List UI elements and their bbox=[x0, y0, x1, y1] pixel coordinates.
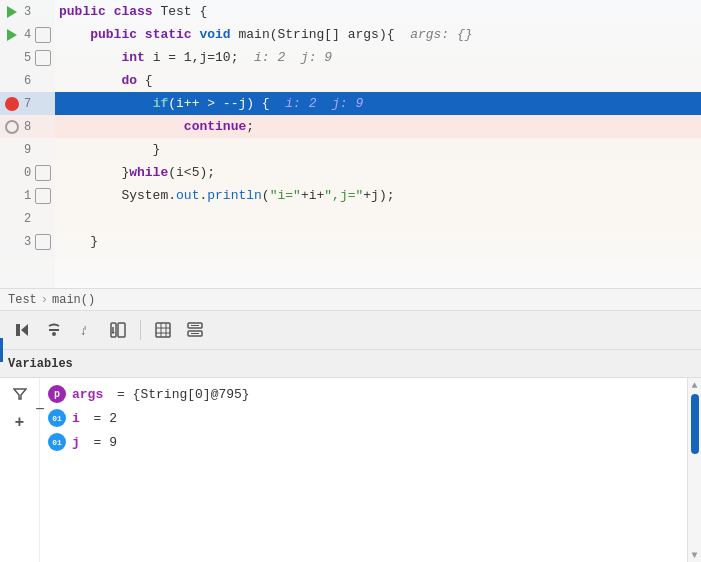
line-number-12: 2 bbox=[24, 212, 31, 226]
editor-gutter: 3 4 5 6 bbox=[0, 0, 55, 288]
watch-button[interactable] bbox=[181, 316, 209, 344]
step-marker-13 bbox=[35, 234, 51, 250]
arrow-indicator-4 bbox=[4, 27, 20, 43]
gutter-row-9: 9 bbox=[0, 138, 55, 161]
table-icon bbox=[155, 322, 171, 338]
gutter-row-8: 8 bbox=[0, 115, 55, 138]
step-into-button[interactable]: ↓ ı bbox=[72, 316, 100, 344]
step-over-icon bbox=[46, 322, 62, 338]
var-equals-j: = 9 bbox=[86, 435, 117, 450]
no-indicator-9 bbox=[4, 142, 20, 158]
no-indicator-5 bbox=[4, 50, 20, 66]
code-line-7: if(i++ > --j) { i: 2 j: 9 bbox=[55, 92, 701, 115]
var-equals-i: = 2 bbox=[86, 411, 117, 426]
var-name-i: i bbox=[72, 411, 80, 426]
code-line-12 bbox=[55, 207, 701, 230]
svg-text:ı: ı bbox=[84, 323, 86, 332]
gutter-row-5: 5 bbox=[0, 46, 55, 69]
gutter-row-7: 7 bbox=[0, 92, 55, 115]
breadcrumb: Test › main() bbox=[0, 288, 701, 310]
arrow-indicator-3 bbox=[4, 4, 20, 20]
svg-rect-7 bbox=[156, 323, 170, 337]
scroll-thumb[interactable] bbox=[691, 394, 699, 454]
line-number-7: 7 bbox=[24, 97, 31, 111]
line-number-4: 4 bbox=[24, 28, 31, 42]
no-indicator-10 bbox=[4, 165, 20, 181]
code-line-9: } bbox=[55, 138, 701, 161]
filter-icon bbox=[13, 387, 27, 401]
resume-button[interactable] bbox=[8, 316, 36, 344]
toolbar-separator-1 bbox=[140, 320, 141, 340]
force-step-icon bbox=[110, 322, 126, 338]
code-editor: 3 4 5 6 bbox=[0, 0, 701, 310]
line-number-3: 3 bbox=[24, 5, 31, 19]
breadcrumb-separator: › bbox=[41, 293, 48, 307]
gutter-row-3: 3 bbox=[0, 0, 55, 23]
remove-button[interactable]: − bbox=[28, 398, 52, 422]
step-marker-5 bbox=[35, 50, 51, 66]
no-indicator-12 bbox=[4, 211, 20, 227]
svg-rect-4 bbox=[118, 323, 125, 337]
gutter-row-11: 1 bbox=[0, 184, 55, 207]
variables-title: Variables bbox=[8, 357, 73, 371]
scroll-down-arrow[interactable]: ▼ bbox=[690, 550, 700, 560]
variables-content: + − p args bbox=[0, 378, 701, 562]
gutter-row-13: 3 bbox=[0, 230, 55, 253]
disabled-breakpoint-8 bbox=[4, 119, 20, 135]
line-number-8: 8 bbox=[24, 120, 31, 134]
variable-item-j[interactable]: 01 j = 9 bbox=[40, 430, 687, 454]
code-line-13: } bbox=[55, 230, 701, 253]
gutter-row-12: 2 bbox=[0, 207, 55, 230]
line-number-6: 6 bbox=[24, 74, 31, 88]
breakpoint-indicator-7 bbox=[4, 96, 20, 112]
minus-icon: − bbox=[35, 400, 44, 418]
line-number-13: 3 bbox=[24, 235, 31, 249]
step-marker-4 bbox=[35, 27, 51, 43]
code-line-6: do { bbox=[55, 69, 701, 92]
resume-icon bbox=[14, 322, 30, 338]
code-line-8: continue; bbox=[55, 115, 701, 138]
breadcrumb-class: Test bbox=[8, 293, 37, 307]
step-marker-10 bbox=[35, 165, 51, 181]
add-icon: + bbox=[15, 413, 24, 431]
code-line-10: }while(i<5); bbox=[55, 161, 701, 184]
variables-sidebar: + − bbox=[0, 378, 40, 562]
step-over-button[interactable] bbox=[40, 316, 68, 344]
variables-header: Variables bbox=[0, 350, 701, 378]
line-number-5: 5 bbox=[24, 51, 31, 65]
code-line-4: public static void main(String[] args){ … bbox=[55, 23, 701, 46]
gutter-row-4: 4 bbox=[0, 23, 55, 46]
debug-panel: ↓ ı bbox=[0, 310, 701, 562]
breadcrumb-method: main() bbox=[52, 293, 95, 307]
line-number-11: 1 bbox=[24, 189, 31, 203]
step-marker-11 bbox=[35, 188, 51, 204]
force-step-into-button[interactable] bbox=[104, 316, 132, 344]
no-indicator-13 bbox=[4, 234, 20, 250]
watch-icon bbox=[187, 322, 203, 338]
no-indicator-6 bbox=[4, 73, 20, 89]
variable-item-i[interactable]: 01 i = 2 bbox=[40, 406, 687, 430]
svg-point-0 bbox=[52, 332, 56, 336]
variables-panel: Variables + bbox=[0, 350, 701, 562]
gutter-row-6: 6 bbox=[0, 69, 55, 92]
code-line-5: int i = 1,j=10; i: 2 j: 9 bbox=[55, 46, 701, 69]
variables-scrollbar[interactable]: ▲ ▼ bbox=[687, 378, 701, 562]
var-equals-args: = {String[0]@795} bbox=[109, 387, 249, 402]
step-into-icon: ↓ ı bbox=[78, 322, 94, 338]
var-name-args: args bbox=[72, 387, 103, 402]
var-badge-j: 01 bbox=[48, 433, 66, 451]
no-indicator-11 bbox=[4, 188, 20, 204]
gutter-row-10: 0 bbox=[0, 161, 55, 184]
code-lines: public class Test { public static void m… bbox=[55, 0, 701, 288]
scroll-up-arrow[interactable]: ▲ bbox=[690, 380, 700, 390]
variable-item-args[interactable]: p args = {String[0]@795} bbox=[40, 382, 687, 406]
var-name-j: j bbox=[72, 435, 80, 450]
line-number-9: 9 bbox=[24, 143, 31, 157]
code-line-11: System.out.println("i="+i+",j="+j); bbox=[55, 184, 701, 207]
code-line-3: public class Test { bbox=[55, 0, 701, 23]
table-view-button[interactable] bbox=[149, 316, 177, 344]
debug-toolbar: ↓ ı bbox=[0, 310, 701, 350]
variables-list: p args = {String[0]@795} 01 i = 2 01 j bbox=[40, 378, 687, 562]
line-number-10: 0 bbox=[24, 166, 31, 180]
